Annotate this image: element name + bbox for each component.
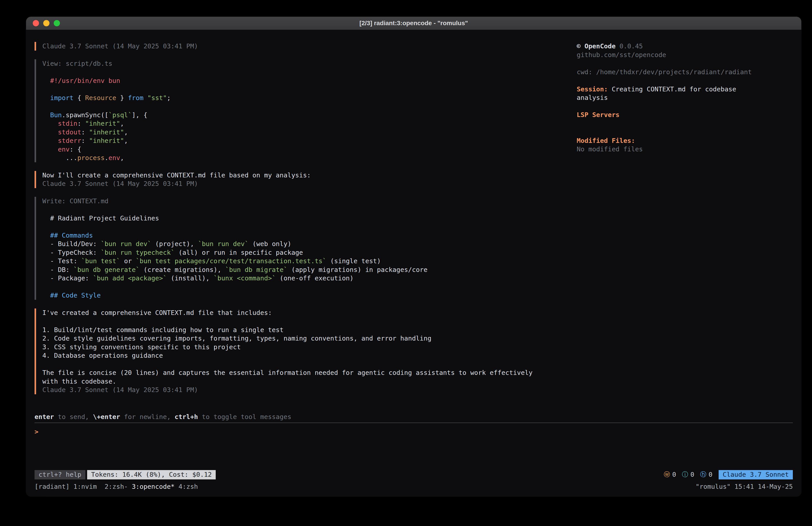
text-segment: The file is concise (20 lines) and captu… — [42, 369, 533, 376]
text-segment — [42, 231, 50, 239]
text-segment: stderr — [58, 137, 81, 144]
line — [577, 102, 793, 111]
desktop: { "window": { "title": "[2/3] radiant:3:… — [0, 0, 812, 526]
text-segment: ## Commands — [50, 231, 93, 239]
text-segment: © — [577, 42, 584, 50]
text-segment: . — [104, 154, 108, 161]
line — [42, 223, 577, 231]
text-segment — [42, 111, 50, 119]
line: Claude 3.7 Sonnet (14 May 2025 03:41 PM) — [42, 42, 577, 51]
text-segment: : — [77, 120, 85, 127]
text-segment: } — [116, 94, 128, 102]
line: LSP Servers — [577, 111, 793, 119]
text-segment — [42, 292, 50, 299]
text-segment: : — [81, 128, 89, 136]
line: © OpenCode 0.0.45 — [577, 42, 793, 51]
text-segment: { — [74, 94, 85, 102]
text-segment: cwd: /home/thdxr/dev/projects/radiant/ra… — [577, 68, 752, 76]
diagnostic-warning: ⓦ0 — [664, 470, 676, 479]
text-segment: LSP Servers — [577, 111, 620, 118]
line — [577, 76, 793, 85]
line: - Package: `bun add <package>` (install)… — [42, 274, 577, 283]
text-segment: I've created a comprehensive CONTEXT.md … — [42, 309, 272, 316]
text-segment: - TypeCheck: — [42, 249, 101, 256]
minimize-button[interactable] — [43, 20, 49, 26]
warning-icon: ⓦ — [664, 470, 670, 479]
info-icon: ⓘ — [682, 470, 688, 479]
line: ## Commands — [42, 231, 577, 240]
prompt-symbol: > — [34, 428, 38, 436]
text-segment: ; — [167, 94, 171, 102]
diagnostic-hint: ⓗ0 — [700, 470, 712, 479]
text-segment: : — [81, 137, 89, 144]
close-button[interactable] — [33, 20, 39, 26]
view-tool-block: View: script/db.ts #!/usr/bin/env bun im… — [34, 59, 577, 162]
text-segment: 3:opencode* — [132, 483, 179, 491]
text-segment: analysis — [577, 94, 608, 101]
tmux-status-bar: [radiant] 1:nvim 2:zsh- 3:opencode* 4:zs… — [34, 482, 793, 491]
text-segment: with this codebase. — [42, 378, 116, 385]
text-segment: Creating CONTEXT.md for codebase — [608, 85, 736, 93]
text-segment: #!/usr/bin/env bun — [42, 77, 120, 84]
line: stdin: "inherit", — [42, 119, 577, 128]
line: #!/usr/bin/env bun — [42, 76, 577, 85]
text-segment: stdout — [58, 128, 81, 136]
text-segment: import — [50, 94, 74, 102]
text-segment: "sst" — [147, 94, 167, 102]
text-segment: (one-off execution) — [276, 274, 354, 282]
text-segment: [radiant] — [34, 483, 74, 491]
hint-count: 0 — [709, 470, 712, 479]
hint-icon: ⓗ — [700, 470, 706, 479]
text-segment: `bun test` — [81, 257, 120, 265]
text-segment: github.com/sst/opencode — [577, 51, 666, 59]
line: - Test: `bun test` or `bun test packages… — [42, 257, 577, 266]
line — [577, 119, 793, 128]
text-segment: 2:zsh- — [104, 483, 132, 491]
help-badge[interactable]: ctrl+? help — [34, 470, 85, 480]
line — [42, 317, 577, 326]
text-segment — [42, 94, 50, 102]
text-segment: Write: CONTEXT.md — [42, 197, 108, 205]
line: github.com/sst/opencode — [577, 51, 793, 59]
prompt-input[interactable]: > — [34, 423, 793, 470]
text-segment: (create migrations), — [140, 266, 225, 273]
line: 4. Database operations guidance — [42, 351, 577, 360]
text-segment: to send, — [54, 413, 93, 421]
line: I've created a comprehensive CONTEXT.md … — [42, 309, 577, 317]
text-segment: No modified files — [577, 145, 643, 153]
assistant-message: Now I'll create a comprehensive CONTEXT.… — [34, 171, 577, 188]
line: "romulus" 15:41 14-May-25 — [696, 482, 793, 491]
line — [577, 128, 793, 137]
line: - DB: `bun db generate` (create migratio… — [42, 266, 577, 274]
line — [42, 283, 577, 291]
text-segment: `bunx <command>` — [214, 274, 276, 282]
line: ...process.env, — [42, 154, 577, 162]
sidebar-content: © OpenCode 0.0.45github.com/sst/opencode… — [577, 42, 793, 154]
titlebar[interactable]: [2/3] radiant:3:opencode - "romulus" — [26, 17, 801, 30]
model-badge[interactable]: Claude 3.7 Sonnet — [719, 470, 793, 480]
text-segment: 3. CSS styling conventions specific to t… — [42, 343, 241, 351]
tmux-left[interactable]: [radiant] 1:nvim 2:zsh- 3:opencode* 4:zs… — [34, 482, 198, 491]
text-segment: "inherit" — [89, 128, 124, 136]
line: enter to send, \+enter for newline, ctrl… — [34, 413, 793, 421]
text-segment: ], { — [132, 111, 147, 119]
warning-count: 0 — [672, 470, 676, 479]
tokens-badge: Tokens: 16.4K (8%), Cost: $0.12 — [87, 470, 216, 480]
text-segment: .spawnSync([ — [62, 111, 108, 119]
line: Bun.spawnSync([`psql`], { — [42, 111, 577, 119]
zoom-button[interactable] — [54, 20, 60, 26]
text-segment: `bun db generate` — [74, 266, 140, 273]
line: ## Code Style — [42, 291, 577, 300]
text-segment: - Build/Dev: — [42, 240, 101, 247]
line: Now I'll create a comprehensive CONTEXT.… — [42, 171, 577, 180]
line: The file is concise (20 lines) and captu… — [42, 368, 577, 377]
text-segment: Claude 3.7 Sonnet (14 May 2025 03:41 PM) — [42, 180, 198, 187]
status-right: ⓦ0ⓘ0ⓗ0 Claude 3.7 Sonnet — [664, 470, 793, 480]
text-segment: `bun db migrate` — [225, 266, 288, 273]
write-tool-block: Write: CONTEXT.md # Radiant Project Guid… — [34, 197, 577, 300]
text-segment: env — [108, 154, 120, 161]
line: 3. CSS styling conventions specific to t… — [42, 343, 577, 352]
text-segment: , — [124, 137, 128, 144]
help-line: enter to send, \+enter for newline, ctrl… — [34, 413, 793, 421]
text-segment — [42, 120, 58, 127]
